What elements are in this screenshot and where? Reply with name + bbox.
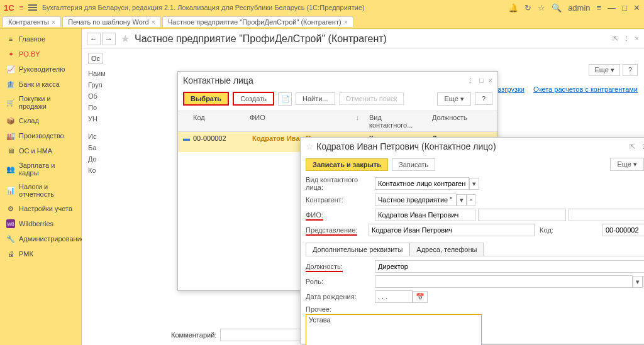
role-input[interactable] [375,275,633,288]
link-icon[interactable]: ⇱ [630,143,635,151]
report-icon: 📊 [6,186,15,195]
dob-input[interactable] [375,290,413,303]
tab-contragent[interactable]: Частное предприятие "ПрофиДелСтрой" (Кон… [162,16,353,27]
star-icon[interactable]: ☆ [538,3,545,13]
sidebar-item-hr[interactable]: 👥Зарплата и кадры [0,158,81,180]
tab-addresses[interactable]: Адреса, телефоны [409,243,484,256]
other-textarea[interactable] [306,314,482,345]
row-marker-icon: ▬ [178,134,188,150]
sidebar-item-warehouse[interactable]: 📦Склад [0,113,81,128]
history-icon[interactable]: ↻ [525,3,531,13]
col-pos[interactable]: Должность [427,114,484,129]
tab-print-word[interactable]: Печать по шаблону Word× [62,16,161,27]
gear-icon: ⚙ [6,204,15,213]
dropdown-icon[interactable]: ▾ [457,194,467,206]
more-button[interactable]: Еще ▾ [589,64,619,76]
search-icon[interactable]: 🔍 [552,3,562,13]
favorite-star-icon[interactable]: ★ [121,33,130,45]
nav-fwd[interactable]: → [102,33,116,45]
counterparty-label: Контрагент: [306,196,375,204]
settings-icon[interactable]: ≡ [597,3,602,13]
dialog-max-icon[interactable]: □ [479,77,484,85]
sidebar-item-assets[interactable]: 🖥ОС и НМА [0,143,81,158]
minimize-icon[interactable]: — [608,3,616,13]
repr-input[interactable] [369,224,535,236]
monitor-icon: 🖥 [6,146,15,155]
pos-input[interactable] [375,260,644,273]
dialog-close-icon[interactable]: × [489,77,492,85]
contacts-title: Контактные лица [183,75,467,85]
link-accounts[interactable]: Счета расчетов с контрагентами [533,85,638,93]
field-os: Ос [88,53,103,64]
sidebar-item-manager[interactable]: 📈Руководителю [0,62,81,77]
col-code[interactable]: Код [188,114,245,129]
save-button[interactable]: Записать [392,158,435,171]
nav-back[interactable]: ← [87,33,101,45]
wb-icon: WB [6,219,15,228]
help-button[interactable]: ? [475,92,492,105]
link-icon[interactable]: ⇱ [613,35,618,43]
fio-input[interactable] [375,209,475,221]
dropdown-icon[interactable]: ▾ [633,276,643,288]
counterparty-input[interactable] [375,194,457,206]
code-label: Код: [540,226,602,234]
tab-additional[interactable]: Дополнительные реквизиты [306,243,409,256]
select-button[interactable]: Выбрать [183,92,229,106]
contact-card-title: Кодратов Иван Петрович (Контактное лицо) [316,141,630,151]
dropdown-icon[interactable]: ▾ [469,178,479,190]
page-close-icon[interactable]: × [635,35,639,43]
sidebar-item-wb[interactable]: WBWildberries [0,216,81,231]
dialog-more-icon[interactable]: ⋮ [467,77,474,85]
bank-icon: 🏦 [6,80,15,89]
more-button[interactable]: Еще ▾ [610,158,643,171]
sidebar-item-tax[interactable]: 📊Налоги и отчетность [0,180,81,201]
find-button[interactable]: Найти... [296,92,335,105]
hamburger-icon[interactable] [28,4,37,11]
tab-close-icon[interactable]: × [344,18,348,26]
col-kind[interactable]: Вид контактного... [364,114,427,129]
create-button[interactable]: Создать [233,92,274,106]
tab-close-icon[interactable]: × [152,18,155,26]
more-icon[interactable]: ⋮ [623,35,630,43]
close-icon[interactable]: ✕ [633,3,640,13]
tab-close-icon[interactable]: × [52,18,55,26]
sidebar-item-sales[interactable]: 🛒Покупки и продажи [0,92,81,113]
cell-code: 00-000002 [188,134,245,150]
maximize-icon[interactable]: □ [622,3,627,13]
open-icon[interactable]: ▫ [467,194,475,205]
box-icon: 📦 [6,116,15,125]
calendar-icon[interactable]: 📅 [413,291,428,303]
more-button[interactable]: Еще ▾ [437,92,470,106]
sidebar-item-production[interactable]: 🏭Производство [0,128,81,143]
sidebar-item-poby[interactable]: ✦PO.BY [0,47,81,62]
tab-contragents[interactable]: Контрагенты× [3,16,61,27]
save-close-button[interactable]: Записать и закрыть [306,158,388,171]
sidebar-item-settings[interactable]: ⚙Настройки учета [0,201,81,216]
sidebar-item-rmk[interactable]: 🖨РМК [0,246,81,261]
bell-icon[interactable]: 🔔 [508,3,518,13]
kind-input[interactable] [375,177,469,190]
tabs-bar: Контрагенты× Печать по шаблону Word× Час… [0,15,644,29]
sidebar-item-admin[interactable]: 🔧Администрирование [0,231,81,246]
code-input[interactable] [602,224,644,236]
fio-input-2[interactable] [478,209,566,221]
sidebar-item-bank[interactable]: 🏦Банк и касса [0,77,81,92]
col-fio[interactable]: ФИО ↓ [245,114,364,129]
copy-button[interactable]: 📄 [278,92,292,106]
logo-eq: ≡ [19,4,23,11]
help-button[interactable]: ? [623,64,638,76]
sidebar-item-main[interactable]: ≡Главное [0,31,81,47]
kind-label: Вид контактного лица: [306,176,375,191]
favorite-star-icon[interactable]: ☆ [306,141,314,151]
cancel-search-button: Отменить поиск [339,92,404,105]
fio-label: ФИО: [306,211,375,219]
user-label[interactable]: admin [568,3,590,13]
repr-label: Представление: [306,226,369,234]
titlebar: 1C ≡ Бухгалтерия для Беларуси, редакция … [0,0,644,15]
dialog-more-icon[interactable]: ⋮ [640,143,644,151]
dob-label: Дата рождения: [306,293,375,300]
fio-input-3[interactable] [569,209,644,221]
star-icon: ✦ [6,50,15,58]
menu-icon: ≡ [6,35,15,43]
sidebar: ≡Главное ✦PO.BY 📈Руководителю 🏦Банк и ка… [0,29,82,345]
